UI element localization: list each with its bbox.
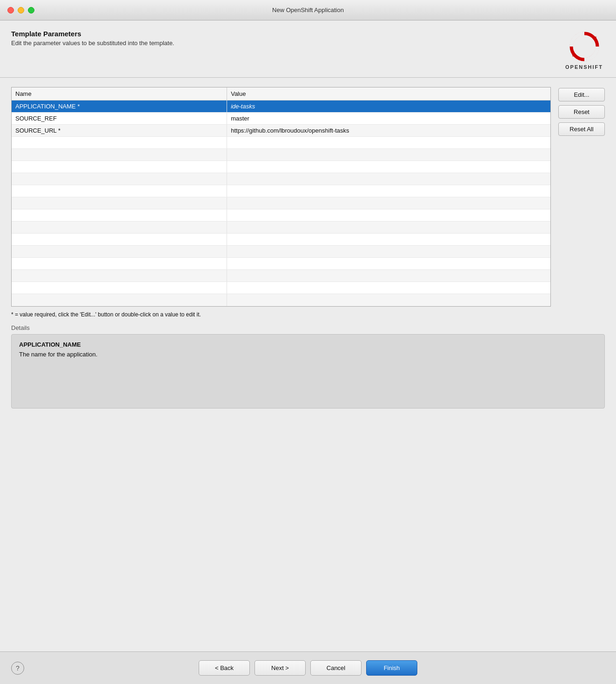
reset-button[interactable]: Reset [558,105,605,119]
table-row-empty[interactable] [12,149,550,161]
openshift-logo-text: OPENSHIFT [565,64,603,70]
window-controls[interactable] [7,7,34,13]
openshift-logo-icon [566,30,603,63]
details-section: Details APPLICATION_NAME The name for th… [11,324,605,409]
table-row[interactable]: APPLICATION_NAME * ide-tasks [12,101,550,113]
table-row[interactable]: SOURCE_REF master [12,113,550,125]
reset-all-button[interactable]: Reset All [558,122,605,136]
table-row[interactable]: SOURCE_URL * https://github.com/lbroudou… [12,125,550,137]
table-row-empty[interactable] [12,197,550,209]
minimize-button[interactable] [18,7,24,13]
table-row-empty[interactable] [12,258,550,270]
edit-button[interactable]: Edit... [558,88,605,101]
table-row-empty[interactable] [12,234,550,246]
table-section: Name Value APPLICATION_NAME * ide-tasks … [11,87,605,307]
window-title: New OpenShift Application [272,7,344,13]
finish-button[interactable]: Finish [366,660,417,676]
maximize-button[interactable] [28,7,34,13]
table-row-empty[interactable] [12,137,550,149]
table-row-empty[interactable] [12,294,550,306]
column-value-header: Value [227,87,550,100]
header-divider [0,77,616,78]
details-box: APPLICATION_NAME The name for the applic… [11,334,605,409]
table-row-empty[interactable] [12,185,550,197]
close-button[interactable] [7,7,14,13]
cell-value: master [227,113,550,124]
detail-title: APPLICATION_NAME [19,341,597,348]
cell-value: ide-tasks [227,101,550,112]
parameters-table: Name Value APPLICATION_NAME * ide-tasks … [11,87,551,307]
cell-name: SOURCE_REF [12,113,227,124]
cell-name: APPLICATION_NAME * [12,101,227,112]
details-label: Details [11,324,605,331]
back-button[interactable]: < Back [199,660,250,676]
table-row-empty[interactable] [12,246,550,258]
navigation-buttons: < Back Next > Cancel Finish [199,660,417,676]
table-row-empty[interactable] [12,221,550,234]
table-row-empty[interactable] [12,282,550,294]
cell-value: https://github.com/lbroudoux/openshift-t… [227,125,550,136]
table-row-empty[interactable] [12,209,550,221]
header-text: Template Parameters Edit the parameter v… [11,30,174,47]
bottom-bar: ? < Back Next > Cancel Finish [0,651,616,684]
detail-description: The name for the application. [19,351,597,358]
page-title: Template Parameters [11,30,174,38]
cancel-button[interactable]: Cancel [310,660,362,676]
table-header: Name Value [12,87,550,101]
table-row-empty[interactable] [12,161,550,173]
table-row-empty[interactable] [12,270,550,282]
table-row-empty[interactable] [12,173,550,185]
next-button[interactable]: Next > [254,660,306,676]
header-section: Template Parameters Edit the parameter v… [11,30,605,70]
spacer [11,409,605,651]
main-content: Template Parameters Edit the parameter v… [0,20,616,651]
page-description: Edit the parameter values to be substitu… [11,40,174,47]
side-buttons-panel: Edit... Reset Reset All [558,87,605,307]
column-name-header: Name [12,87,227,100]
footer-note: * = value required, click the 'Edit...' … [11,311,605,318]
help-button[interactable]: ? [11,662,24,675]
titlebar: New OpenShift Application [0,0,616,20]
openshift-logo: OPENSHIFT [565,30,603,70]
cell-name: SOURCE_URL * [12,125,227,136]
